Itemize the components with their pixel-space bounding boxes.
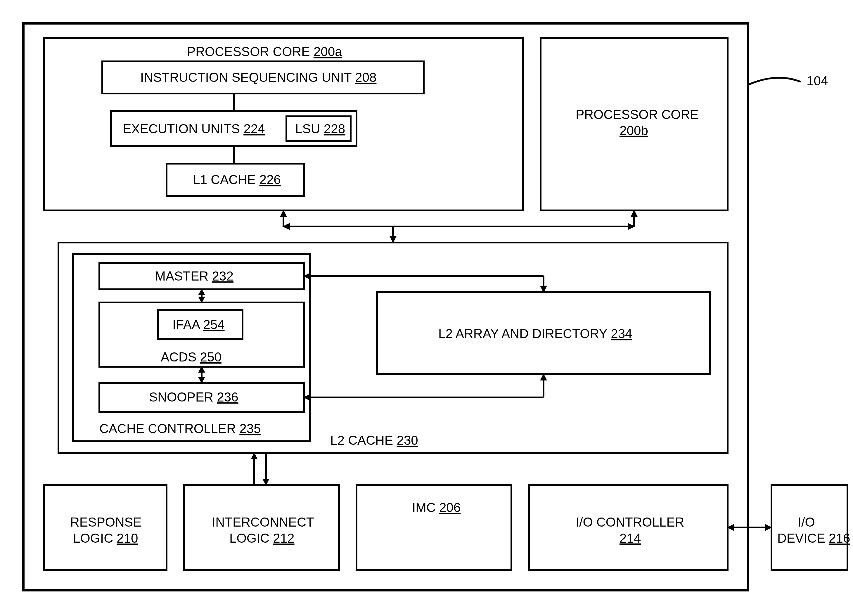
- l2-cache-label: L2 CACHE 230: [330, 433, 418, 448]
- imc-block: [357, 485, 511, 570]
- acds-label: ACDS 250: [161, 350, 222, 364]
- core-b-title: PROCESSOR CORE: [576, 107, 699, 121]
- response-logic-label-2: LOGIC 210: [73, 531, 138, 545]
- cache-controller-label: CACHE CONTROLLER 235: [99, 421, 261, 436]
- core-b-ref: 200b: [619, 123, 648, 138]
- isu-label: INSTRUCTION SEQUENCING UNIT 208: [140, 70, 376, 85]
- io-device-label-1: I/O: [798, 515, 815, 529]
- io-controller-ref: 214: [619, 531, 641, 545]
- l1-cache-label: L1 CACHE 226: [193, 172, 281, 187]
- figure-ref-leader: [748, 78, 801, 85]
- interconnect-logic-label-2: LOGIC 212: [229, 531, 294, 545]
- conn-ioctl-iodev: [727, 524, 772, 531]
- l2-array-label: L2 ARRAY AND DIRECTORY 234: [438, 326, 632, 341]
- response-logic-label-1: RESPONSE: [70, 515, 142, 529]
- io-device-label-2: DEVICE 216: [777, 531, 850, 545]
- ifaa-label: IFAA 254: [172, 317, 225, 332]
- snooper-label: SNOOPER 236: [149, 390, 238, 404]
- core-a-title: PROCESSOR CORE 200a: [187, 44, 342, 59]
- lsu-label: LSU 228: [295, 121, 345, 136]
- execution-units-label: EXECUTION UNITS 224: [123, 121, 265, 136]
- io-controller-label-1: I/O CONTROLLER: [576, 515, 685, 529]
- imc-label: IMC 206: [412, 500, 461, 514]
- interconnect-logic-label-1: INTERCONNECT: [212, 515, 314, 529]
- processor-block-diagram: 104 PROCESSOR CORE 200a INSTRUCTION SEQU…: [0, 0, 853, 616]
- figure-ref: 104: [806, 74, 828, 88]
- master-label: MASTER 232: [155, 269, 234, 283]
